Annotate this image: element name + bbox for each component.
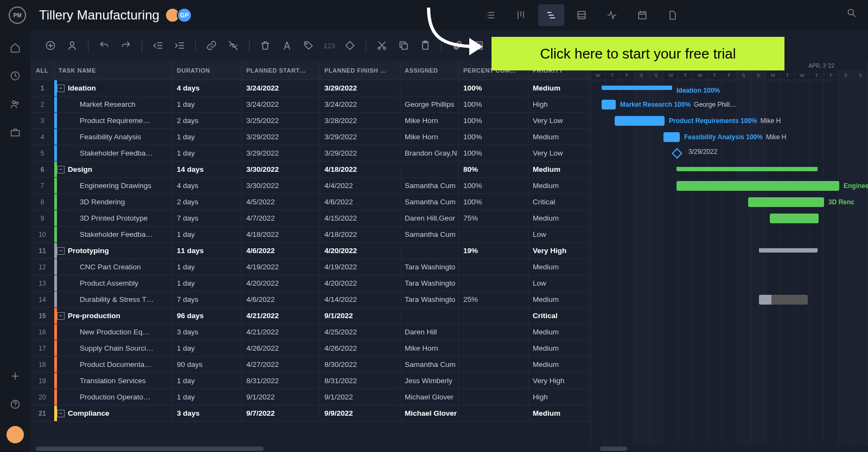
assigned-cell[interactable]: Daren Hill xyxy=(400,324,459,340)
assigned-cell[interactable]: George Phillips xyxy=(400,96,459,112)
percent-cell[interactable] xyxy=(459,227,528,242)
gantt-bar[interactable]: 3D Renc xyxy=(748,197,824,207)
duration-cell[interactable]: 1 day xyxy=(173,129,242,145)
assigned-cell[interactable]: Samantha Cum xyxy=(400,227,459,242)
task-row[interactable]: 10 Stakeholder Feedba… 1 day 4/18/2022 4… xyxy=(30,227,590,243)
start-cell[interactable]: 3/29/2022 xyxy=(242,129,320,145)
finish-cell[interactable]: 3/28/2022 xyxy=(320,113,400,128)
clock-icon[interactable] xyxy=(9,69,22,82)
view-sheet-icon[interactable] xyxy=(569,4,595,26)
duration-cell[interactable]: 4 days xyxy=(173,178,242,193)
duration-cell[interactable]: 7 days xyxy=(173,210,242,226)
percent-cell[interactable]: 100% xyxy=(459,80,528,96)
duration-cell[interactable]: 1 day xyxy=(173,275,242,291)
assigned-cell[interactable] xyxy=(400,80,459,96)
start-cell[interactable]: 4/26/2022 xyxy=(242,340,320,356)
priority-cell[interactable]: Medium xyxy=(528,210,588,226)
attachment-icon[interactable] xyxy=(448,36,467,55)
col-name[interactable]: TASK NAME xyxy=(54,61,173,80)
task-row[interactable]: 14 Durability & Stress T… 7 days 4/6/202… xyxy=(30,292,590,308)
priority-cell[interactable]: High xyxy=(528,96,588,112)
assigned-cell[interactable]: Mike Horn xyxy=(400,113,459,128)
duration-cell[interactable]: 1 day xyxy=(173,340,242,356)
task-row[interactable]: 21 − Compliance 3 days 9/7/2022 9/9/2022… xyxy=(30,405,590,422)
task-name-cell[interactable]: CNC Part Creation xyxy=(54,259,173,275)
assigned-cell[interactable]: Samantha Cum xyxy=(400,357,459,372)
assigned-cell[interactable] xyxy=(400,243,459,259)
gantt-bar[interactable] xyxy=(759,295,808,305)
percent-cell[interactable] xyxy=(459,405,528,421)
finish-cell[interactable]: 9/1/2022 xyxy=(320,308,400,324)
percent-cell[interactable] xyxy=(459,340,528,356)
priority-cell[interactable]: Low xyxy=(528,227,588,242)
start-cell[interactable]: 3/29/2022 xyxy=(242,145,320,161)
view-file-icon[interactable] xyxy=(660,4,686,26)
gantt-bar[interactable]: Engineering D xyxy=(676,181,839,191)
search-icon[interactable] xyxy=(846,8,857,21)
finish-cell[interactable]: 4/18/2022 xyxy=(320,162,400,177)
finish-cell[interactable]: 8/31/2022 xyxy=(320,373,400,389)
duration-cell[interactable]: 1 day xyxy=(173,145,242,161)
duration-cell[interactable]: 11 days xyxy=(173,243,242,259)
scrollbar-thumb[interactable] xyxy=(36,447,264,451)
priority-cell[interactable]: Very High xyxy=(528,243,588,259)
gantt-bar[interactable]: Product Requirements 100%Mike H xyxy=(615,116,665,126)
priority-cell[interactable]: Medium xyxy=(528,324,588,340)
assigned-cell[interactable]: Samantha Cum xyxy=(400,194,459,210)
view-list-icon[interactable] xyxy=(477,4,503,26)
task-row[interactable]: 5 Stakeholder Feedba… 1 day 3/29/2022 3/… xyxy=(30,145,590,162)
finish-cell[interactable]: 3/29/2022 xyxy=(320,80,400,96)
task-name-cell[interactable]: Stakeholder Feedba… xyxy=(54,145,173,161)
start-cell[interactable]: 4/6/2022 xyxy=(242,243,320,259)
finish-cell[interactable]: 9/1/2022 xyxy=(320,389,400,405)
finish-cell[interactable]: 4/20/2022 xyxy=(320,243,400,259)
finish-cell[interactable]: 4/20/2022 xyxy=(320,275,400,291)
percent-cell[interactable]: 100% xyxy=(459,129,528,145)
start-cell[interactable]: 8/31/2022 xyxy=(242,373,320,389)
task-row[interactable]: 16 New Production Eq… 3 days 4/21/2022 4… xyxy=(30,324,590,340)
collapse-icon[interactable]: − xyxy=(57,410,65,417)
gantt-chart[interactable]: k, 20 '22MAR, 27 '22APR, 3 '22 WTFSSMTWT… xyxy=(590,61,868,452)
duration-cell[interactable]: 3 days xyxy=(173,405,242,421)
percent-cell[interactable]: 80% xyxy=(459,162,528,177)
task-name-cell[interactable]: − Pre-production xyxy=(54,308,173,324)
indent-icon[interactable] xyxy=(170,36,189,55)
task-name-cell[interactable]: Feasibility Analysis xyxy=(54,129,173,145)
percent-cell[interactable]: 100% xyxy=(459,178,528,193)
start-cell[interactable]: 4/5/2022 xyxy=(242,194,320,210)
finish-cell[interactable]: 3/29/2022 xyxy=(320,145,400,161)
gantt-bar[interactable]: Ideation 100% xyxy=(602,86,672,90)
help-icon[interactable] xyxy=(9,398,22,411)
finish-cell[interactable]: 3/24/2022 xyxy=(320,96,400,112)
task-name-cell[interactable]: 3D Rendering xyxy=(54,194,173,210)
cut-icon[interactable] xyxy=(373,36,391,55)
finish-cell[interactable]: 3/29/2022 xyxy=(320,129,400,145)
start-cell[interactable]: 4/21/2022 xyxy=(242,324,320,340)
task-name-cell[interactable]: 3D Printed Prototype xyxy=(54,210,173,226)
diamond-icon[interactable] xyxy=(341,36,359,55)
start-cell[interactable]: 3/24/2022 xyxy=(242,80,320,96)
percent-cell[interactable]: 100% xyxy=(459,96,528,112)
priority-cell[interactable]: Critical xyxy=(528,308,588,324)
finish-cell[interactable]: 8/30/2022 xyxy=(320,357,400,372)
duration-cell[interactable]: 7 days xyxy=(173,292,242,307)
task-name-cell[interactable]: Product Requireme… xyxy=(54,113,173,128)
duration-cell[interactable]: 96 days xyxy=(173,308,242,324)
percent-cell[interactable] xyxy=(459,308,528,324)
collapse-icon[interactable]: − xyxy=(57,247,65,255)
duration-cell[interactable]: 3 days xyxy=(173,324,242,340)
percent-cell[interactable]: 100% xyxy=(459,194,528,210)
percent-cell[interactable]: 25% xyxy=(459,292,528,307)
task-row[interactable]: 12 CNC Part Creation 1 day 4/19/2022 4/1… xyxy=(30,259,590,275)
priority-cell[interactable]: High xyxy=(528,389,588,405)
priority-cell[interactable]: Low xyxy=(528,275,588,291)
duration-cell[interactable]: 1 day xyxy=(173,373,242,389)
assigned-cell[interactable]: Michael Glover xyxy=(400,389,459,405)
undo-icon[interactable] xyxy=(95,36,113,55)
avatar-group[interactable]: GP xyxy=(168,8,192,23)
priority-cell[interactable]: Medium xyxy=(528,80,588,96)
link-icon[interactable] xyxy=(202,36,221,55)
finish-cell[interactable]: 9/9/2022 xyxy=(320,405,400,421)
priority-cell[interactable]: Critical xyxy=(528,194,588,210)
assigned-cell[interactable]: Tara Washingto xyxy=(400,275,459,291)
